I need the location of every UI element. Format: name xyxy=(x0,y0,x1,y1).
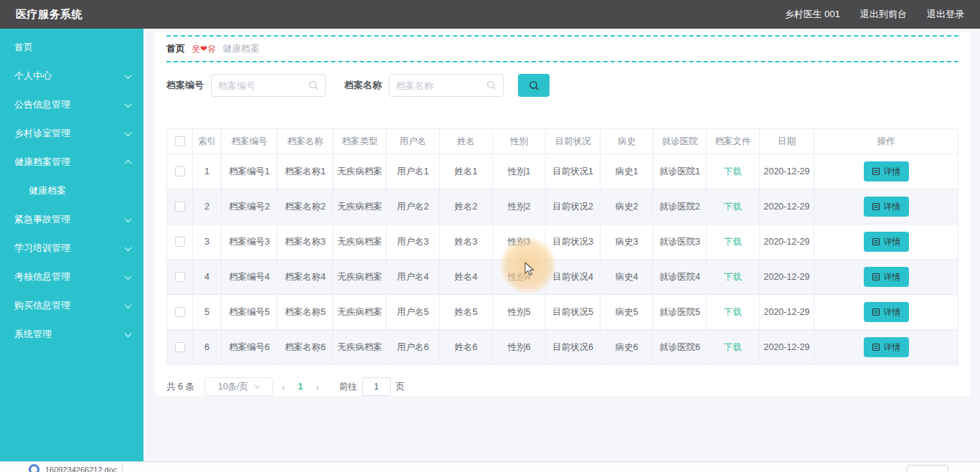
table-cell: 就诊医院5 xyxy=(654,295,707,330)
exit-to-front-link[interactable]: 退出到前台 xyxy=(860,8,907,21)
table-cell: 病史2 xyxy=(600,189,654,225)
current-page[interactable]: 1 xyxy=(293,382,307,392)
row-checkbox[interactable] xyxy=(175,307,185,317)
table-cell: 下载 xyxy=(707,260,760,295)
top-bar: 医疗服务系统 乡村医生 001 退出到前台 退出登录 xyxy=(0,0,980,29)
sidebar-item-健康档案[interactable]: 健康档案 xyxy=(0,176,143,205)
sidebar-item-健康档案管理[interactable]: 健康档案管理 xyxy=(0,148,143,176)
table-cell: 档案名称2 xyxy=(278,189,334,225)
table-row: 5档案编号5档案名称5无疾病档案用户名5姓名5性别5目前状况5病史5就诊医院5下… xyxy=(167,295,958,330)
search-button[interactable] xyxy=(518,74,550,97)
page-unit-label: 页 xyxy=(396,381,405,393)
column-header: 用户名 xyxy=(387,129,440,154)
prev-page-button[interactable]: ‹ xyxy=(273,382,293,392)
table-cell: 性别1 xyxy=(493,154,546,189)
search-form: 档案编号 档案名称 xyxy=(166,74,958,97)
table-cell: 2020-12-29 xyxy=(760,260,814,295)
table-cell: 性别2 xyxy=(493,189,546,225)
table-cell: 性别6 xyxy=(493,330,546,365)
sidebar-item-学习培训管理[interactable]: 学习培训管理 xyxy=(0,234,143,263)
sidebar-item-首页[interactable]: 首页 xyxy=(0,33,143,62)
download-link[interactable]: 下载 xyxy=(724,237,742,247)
next-page-button[interactable]: › xyxy=(307,382,327,392)
row-checkbox[interactable] xyxy=(175,237,185,247)
action-cell: 详情 xyxy=(814,154,958,189)
table-cell: 用户名6 xyxy=(387,330,440,365)
table-cell: 病史4 xyxy=(600,260,654,295)
sidebar-item-公告信息管理[interactable]: 公告信息管理 xyxy=(0,90,143,119)
table-cell: 档案编号1 xyxy=(222,154,278,189)
row-checkbox[interactable] xyxy=(175,272,185,282)
downloads-bar: 1609234266212.doc xyxy=(0,461,980,472)
table-cell: 6 xyxy=(193,330,222,365)
document-icon xyxy=(872,273,880,281)
detail-button[interactable]: 详情 xyxy=(864,302,909,322)
detail-button-label: 详情 xyxy=(884,306,901,318)
table-cell: 姓名1 xyxy=(440,154,493,189)
table-cell: 2 xyxy=(193,189,222,225)
table-cell: 2020-12-29 xyxy=(760,189,814,225)
sidebar-item-个人中心[interactable]: 个人中心 xyxy=(0,62,143,90)
table-cell: 5 xyxy=(193,295,222,330)
table-cell: 目前状况2 xyxy=(546,189,600,225)
table-row: 6档案编号6档案名称6无疾病档案用户名6姓名6性别6目前状况6病史6就诊医院6下… xyxy=(167,330,958,365)
chevron-down-icon xyxy=(125,100,132,108)
search-icon xyxy=(308,80,319,90)
sidebar-item-系统管理[interactable]: 系统管理 xyxy=(0,320,143,349)
table-row: 3档案编号3档案名称3无疾病档案用户名3姓名3性别3目前状况3病史3就诊医院3下… xyxy=(167,225,958,260)
file-no-field-wrap xyxy=(211,74,326,97)
table-cell: 病史6 xyxy=(600,330,654,365)
file-name-input[interactable] xyxy=(396,80,486,91)
search-icon xyxy=(529,80,540,91)
show-all-downloads-button[interactable] xyxy=(907,465,948,472)
file-no-label: 档案编号 xyxy=(166,79,204,92)
breadcrumb-home[interactable]: 首页 xyxy=(166,42,185,55)
detail-button[interactable]: 详情 xyxy=(864,197,909,217)
column-header: 档案类型 xyxy=(334,129,387,154)
file-no-input[interactable] xyxy=(218,80,308,91)
records-table: 索引档案编号档案名称档案类型用户名姓名性别目前状况病史就诊医院档案文件日期操作 … xyxy=(166,128,958,365)
sidebar-item-label: 个人中心 xyxy=(14,70,52,82)
file-name-label: 档案名称 xyxy=(344,79,382,92)
page-size-select[interactable]: 10条/页 xyxy=(204,377,273,396)
table-cell: 档案编号5 xyxy=(222,295,278,330)
goto-page-input[interactable] xyxy=(362,377,391,396)
detail-button[interactable]: 详情 xyxy=(864,267,909,287)
main-content: 首页 옷❤유 健康档案 档案编号 档案名称 xyxy=(143,29,980,461)
detail-button[interactable]: 详情 xyxy=(864,337,909,357)
table-cell: 姓名3 xyxy=(440,225,493,260)
download-item[interactable]: 1609234266212.doc xyxy=(29,464,117,472)
search-icon xyxy=(486,80,496,90)
download-link[interactable]: 下载 xyxy=(724,342,742,352)
sidebar-item-购买信息管理[interactable]: 购买信息管理 xyxy=(0,291,143,320)
logout-link[interactable]: 退出登录 xyxy=(927,8,964,21)
row-checkbox[interactable] xyxy=(175,166,185,176)
row-checkbox[interactable] xyxy=(175,342,185,352)
table-cell: 下载 xyxy=(707,189,760,225)
download-link[interactable]: 下载 xyxy=(724,307,742,317)
sidebar-item-乡村诊室管理[interactable]: 乡村诊室管理 xyxy=(0,119,143,148)
sidebar-item-紧急事故管理[interactable]: 紧急事故管理 xyxy=(0,205,143,234)
pagination: 共 6 条 10条/页 ‹ 1 › 前往 页 xyxy=(166,377,958,396)
download-link[interactable]: 下载 xyxy=(724,272,742,282)
breadcrumb-current: 健康档案 xyxy=(222,42,260,55)
table-cell: 姓名6 xyxy=(440,330,493,365)
download-link[interactable]: 下载 xyxy=(724,202,742,212)
file-name-field-wrap xyxy=(389,74,504,97)
detail-button[interactable]: 详情 xyxy=(864,161,909,181)
action-cell: 详情 xyxy=(814,225,958,260)
doc-file-icon xyxy=(29,464,39,472)
sidebar-item-label: 健康档案 xyxy=(29,184,66,197)
chevron-down-icon xyxy=(125,330,132,337)
table-cell: 下载 xyxy=(707,295,760,330)
sidebar-item-label: 系统管理 xyxy=(14,328,52,341)
row-checkbox[interactable] xyxy=(175,202,185,212)
table-cell: 性别3 xyxy=(493,225,546,260)
column-header: 性别 xyxy=(493,129,546,154)
detail-button[interactable]: 详情 xyxy=(864,232,909,252)
table-row: 1档案编号1档案名称1无疾病档案用户名1姓名1性别1目前状况1病史1就诊医院1下… xyxy=(167,154,958,189)
sidebar-item-考核信息管理[interactable]: 考核信息管理 xyxy=(0,263,143,291)
select-all-checkbox[interactable] xyxy=(175,136,185,146)
table-cell: 用户名1 xyxy=(387,154,440,189)
download-link[interactable]: 下载 xyxy=(724,166,742,176)
